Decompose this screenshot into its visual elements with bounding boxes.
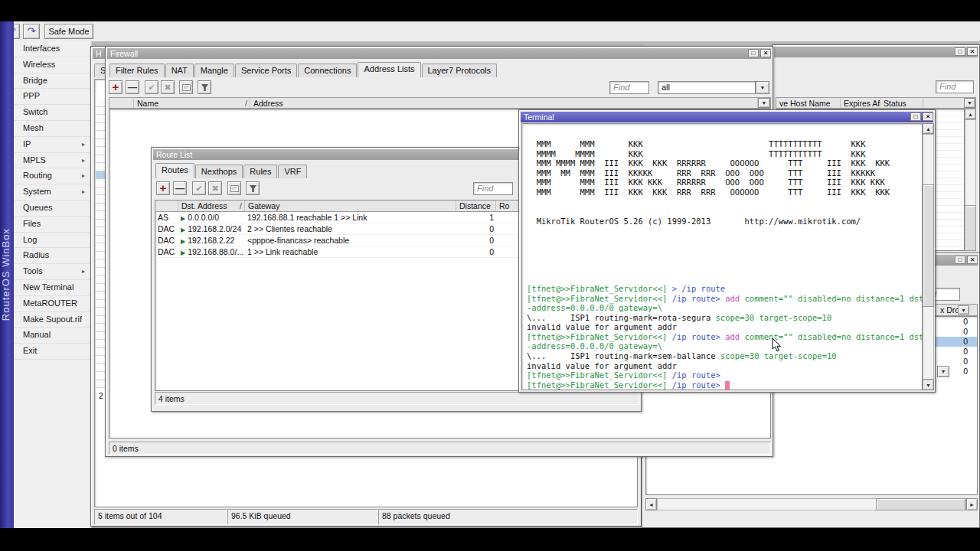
route-gateway: 192.168.88.1 reachable 1 >> Link (245, 212, 456, 223)
tab-nexthops[interactable]: Nexthops (195, 165, 243, 178)
terminal-line: MMM MM MMM III KKKKK RRR RRR OOO OOO TTT… (527, 168, 923, 178)
enable-button[interactable]: ✔ (145, 80, 158, 94)
tab-layer7-protocols[interactable]: Layer7 Protocols (422, 64, 498, 77)
add-button[interactable]: + (156, 181, 170, 195)
route-gateway: 1 >> Link reachable (245, 246, 456, 257)
sidebar-item-new-terminal[interactable]: New Terminal (14, 280, 91, 296)
close-icon[interactable]: ✕ (923, 112, 933, 121)
terminal-scrollbar[interactable]: ▲ ▼ (923, 123, 934, 390)
right-hscrollbar[interactable]: ◄ ► (645, 498, 978, 510)
sidebar-item-mesh[interactable]: Mesh (14, 121, 91, 137)
sidebar-item-ppp[interactable]: PPP (14, 89, 91, 105)
remove-button[interactable]: — (173, 181, 187, 195)
scrollbar-thumb[interactable] (965, 205, 976, 251)
comment-button[interactable] (227, 181, 241, 195)
terminal-titlebar[interactable]: Terminal (521, 112, 933, 122)
column-name[interactable]: Name / (134, 98, 250, 108)
tab-routes[interactable]: Routes (155, 163, 194, 178)
close-icon[interactable]: ✕ (967, 256, 978, 264)
terminal-line (527, 274, 923, 284)
column-distance[interactable]: Distance (456, 201, 496, 211)
scroll-down-icon[interactable]: ▼ (923, 380, 934, 390)
scrollbar-thumb[interactable] (923, 184, 934, 307)
close-icon[interactable]: ✕ (967, 47, 978, 56)
sidebar-item-exit[interactable]: Exit (14, 344, 91, 360)
redo-button[interactable]: ↷ (23, 24, 40, 39)
column-expires[interactable]: Expires Af (841, 98, 880, 108)
column-address[interactable]: Address (250, 98, 758, 108)
disable-button[interactable]: ✖ (208, 181, 222, 195)
maximize-icon[interactable]: □ (955, 256, 965, 264)
sidebar-menu: InterfacesWirelessBridgePPPSwitchMeshIP▸… (14, 41, 92, 528)
tab-connections[interactable]: Connections (298, 64, 357, 77)
route-find-input[interactable]: Find (473, 182, 513, 195)
filter-button[interactable] (198, 80, 211, 94)
scroll-right-icon[interactable]: ► (966, 498, 978, 510)
scroll-up-icon[interactable]: ▲ (923, 123, 934, 134)
column-select-dropdown[interactable]: ▼ (964, 98, 975, 108)
filter-button[interactable] (246, 181, 260, 195)
sidebar-item-radius[interactable]: Radius (14, 248, 91, 264)
column-host-name[interactable]: ve Host Name (776, 98, 841, 108)
tab-nat[interactable]: NAT (165, 64, 194, 77)
scroll-up-icon[interactable]: ▲ (965, 109, 976, 119)
tab-mangle[interactable]: Mangle (194, 64, 234, 77)
sidebar-item-bridge[interactable]: Bridge (14, 73, 91, 90)
comment-button[interactable] (179, 80, 193, 94)
sidebar-item-mpls[interactable]: MPLS▸ (14, 153, 91, 169)
sidebar-item-wireless[interactable]: Wireless (14, 57, 91, 73)
close-icon[interactable]: ✕ (760, 49, 771, 57)
sidebar-item-interfaces[interactable]: Interfaces (14, 41, 91, 57)
firewall-list-filter-select[interactable]: all (658, 81, 756, 94)
disable-button[interactable]: ✖ (161, 80, 175, 94)
column-select-dropdown[interactable]: ▼ (958, 305, 969, 315)
sidebar-item-system[interactable]: System▸ (14, 184, 91, 201)
host-window-titlebar[interactable] (774, 47, 978, 57)
column-status[interactable]: Status (880, 98, 923, 108)
terminal-line: -address=0.0.0.0/0 gateway=\ (527, 303, 923, 313)
column-select-dropdown[interactable]: ▼ (758, 98, 770, 108)
firewall-find-input[interactable]: Find (609, 81, 649, 94)
sidebar-item-queues[interactable]: Queues (14, 201, 91, 217)
route-list-tabs: RoutesNexthopsRulesVRF (155, 163, 307, 178)
sidebar-item-routing[interactable]: Routing▸ (14, 168, 91, 184)
maximize-icon[interactable]: □ (748, 49, 759, 57)
safe-mode-button[interactable]: Safe Mode (44, 24, 93, 39)
sidebar-item-manual[interactable]: Manual (14, 328, 91, 344)
route-dst: ▶192.168.2.22 (178, 235, 245, 246)
maximize-icon[interactable]: □ (910, 112, 921, 121)
submenu-arrow-icon: ▸ (82, 184, 85, 200)
route-list-statusbar: 4 items (155, 392, 639, 405)
add-button[interactable]: + (109, 80, 122, 94)
terminal-content[interactable]: MMM MMM KKK TTTTTTTTTTT KKK MMMM MMMM KK… (521, 123, 923, 390)
sidebar-item-log[interactable]: Log (14, 233, 91, 249)
column-flags[interactable] (155, 201, 178, 211)
column-gateway[interactable]: Gateway (245, 201, 456, 211)
sidebar-item-switch[interactable]: Switch (14, 105, 91, 121)
terminal-line (527, 207, 923, 217)
sidebar-item-tools[interactable]: Tools▸ (14, 264, 91, 280)
firewall-titlebar[interactable]: Firewall (107, 48, 771, 59)
tab-filter-rules[interactable]: Filter Rules (109, 64, 165, 77)
scroll-left-icon[interactable]: ◄ (645, 498, 657, 510)
sidebar-item-make-supout-rif[interactable]: Make Supout.rif (14, 312, 91, 328)
sidebar-item-files[interactable]: Files (14, 217, 91, 233)
host-scrollbar[interactable]: ▲ (965, 109, 976, 251)
column-drops[interactable]: x Dro (937, 305, 960, 315)
tab-vrf[interactable]: VRF (278, 165, 307, 178)
sidebar-item-ip[interactable]: IP▸ (14, 137, 91, 153)
tab-rules[interactable]: Rules (243, 165, 277, 178)
tab-address-lists[interactable]: Address Lists (358, 62, 420, 77)
remove-button[interactable]: — (126, 80, 139, 94)
terminal-line: -address=0.0.0.0/0 gateway=\ (527, 341, 923, 351)
scroll-down-icon[interactable]: ▼ (937, 366, 949, 377)
scrollbar-thumb[interactable] (876, 498, 965, 510)
column-flags[interactable] (109, 98, 134, 108)
sidebar-item-metarouter[interactable]: MetaROUTER (14, 296, 91, 312)
enable-button[interactable]: ✔ (192, 181, 206, 195)
tab-service-ports[interactable]: Service Ports (235, 64, 297, 77)
column-dst-address[interactable]: Dst. Address / (178, 201, 245, 211)
host-find-input[interactable]: Find (936, 80, 974, 93)
maximize-icon[interactable]: □ (955, 47, 965, 56)
filter-dropdown-icon[interactable]: ▼ (756, 81, 769, 94)
